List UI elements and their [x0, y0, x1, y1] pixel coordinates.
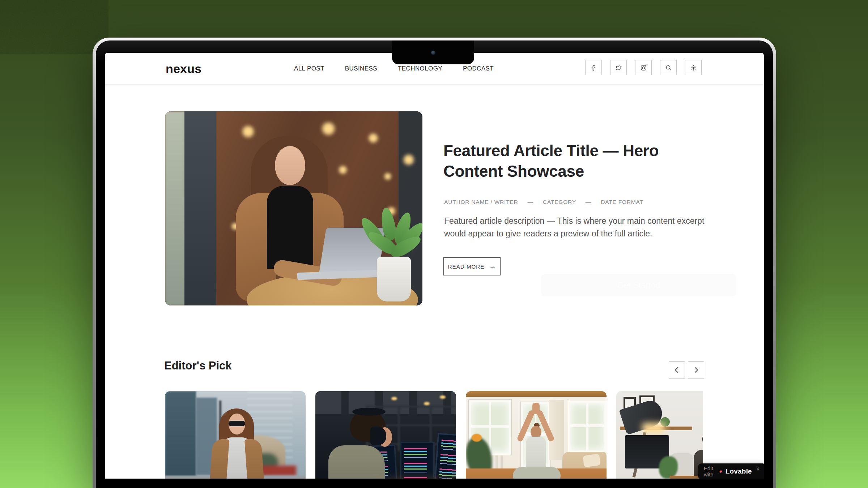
read-more-button[interactable]: READ MORE → [443, 257, 501, 275]
gray-sweater [223, 437, 251, 479]
bokeh-light [262, 158, 271, 167]
chevron-right-icon [693, 367, 698, 373]
dark-monitor [625, 435, 669, 468]
badge-prefix: Edit with [704, 465, 716, 478]
bokeh-light [320, 121, 336, 137]
bokeh-light [231, 222, 239, 231]
editors-pick-carousel [165, 391, 703, 479]
bokeh-light [367, 132, 379, 144]
edit-with-lovable-badge[interactable]: Edit with Lovable × [698, 463, 764, 479]
carousel-prev-button[interactable] [669, 361, 685, 378]
article-meta: AUTHOR NAME / WRITER — CATEGORY — DATE F… [444, 199, 643, 205]
meta-separator: — [528, 199, 533, 205]
woman-hair [219, 408, 254, 472]
bokeh-light [252, 192, 260, 200]
house-plant [659, 456, 678, 479]
search-button[interactable] [660, 60, 677, 75]
dome-roof [229, 435, 285, 466]
office-window [366, 406, 456, 451]
article-category: CATEGORY [543, 199, 576, 205]
carousel-next-button[interactable] [688, 361, 704, 378]
featured-article-description: Featured article description — This is w… [444, 215, 719, 240]
woman-face [275, 146, 305, 185]
laptop-bezel: nexus ALL POST BUSINESS TECHNOLOGY PODCA… [96, 40, 773, 488]
tan-coat [208, 438, 229, 479]
ghost-get-started-button[interactable]: Get Started [541, 274, 736, 296]
shelf [620, 427, 692, 430]
read-more-label: READ MORE [448, 264, 485, 270]
featured-article-title[interactable]: Featured Article Title — Hero Content Sh… [443, 140, 704, 181]
twitter-button[interactable] [610, 60, 627, 75]
laptop-base [297, 270, 390, 280]
card-yoga-home[interactable] [466, 391, 607, 479]
article-date: DATE FORMAT [601, 199, 643, 205]
woman-turtleneck [267, 186, 313, 269]
theme-toggle-button[interactable] [685, 60, 702, 75]
facebook-button[interactable] [585, 60, 602, 75]
code-monitor [433, 433, 456, 479]
bokeh-light [402, 153, 415, 166]
building [247, 391, 293, 461]
card-home-office[interactable] [616, 391, 703, 479]
window [568, 401, 607, 453]
sun-icon [690, 64, 697, 71]
bokeh-light [401, 231, 412, 241]
ceiling-light [391, 397, 397, 400]
webcam [431, 51, 435, 55]
radiator [470, 455, 506, 476]
road [165, 476, 306, 479]
building [165, 391, 196, 476]
hair-bun [534, 423, 540, 428]
card-developer-workstation[interactable] [315, 391, 456, 479]
chevron-left-icon [675, 367, 681, 373]
cafe-interior [216, 111, 422, 305]
site-logo[interactable]: nexus [166, 53, 201, 85]
wall-frame [624, 397, 636, 414]
bokeh-light [383, 172, 392, 181]
meta-separator: — [586, 199, 591, 205]
window [469, 400, 511, 455]
joined-hands [532, 403, 540, 414]
instagram-icon [640, 64, 647, 71]
search-icon [665, 64, 672, 71]
seated-legs [513, 467, 561, 479]
instagram-button[interactable] [635, 60, 652, 75]
woman-hair [251, 136, 328, 269]
plant-leaf [358, 215, 387, 249]
plant-leaf [392, 211, 414, 247]
laptop-lid [319, 228, 386, 274]
sunglasses [229, 421, 245, 426]
desk-lamp [619, 398, 666, 435]
bokeh-light [386, 206, 396, 216]
twitter-icon [615, 64, 622, 71]
badge-brand: Lovable [726, 467, 752, 475]
nav-item-technology[interactable]: TECHNOLOGY [398, 65, 442, 72]
nav-item-business[interactable]: BUSINESS [345, 65, 377, 72]
cushion [583, 454, 601, 467]
lamp-arm [633, 432, 647, 478]
shelf-plant [660, 417, 670, 427]
woman-torso [526, 437, 546, 472]
laptop-notch [392, 40, 474, 64]
woman-hair [702, 429, 703, 449]
lamp-glow [642, 423, 665, 433]
author-name: AUTHOR NAME / WRITER [444, 199, 518, 205]
badge-close-icon[interactable]: × [756, 466, 760, 472]
facebook-icon [590, 64, 597, 71]
street-pole [219, 401, 221, 469]
plant-leaf [365, 228, 400, 258]
bokeh-light [241, 124, 255, 139]
card-fashion-street[interactable] [165, 391, 306, 479]
nav-item-podcast[interactable]: PODCAST [463, 65, 494, 72]
developer-face [378, 427, 392, 447]
headphones-band [352, 408, 386, 416]
woman-jacket [236, 193, 276, 301]
nav-item-all-post[interactable]: ALL POST [294, 65, 324, 72]
plant-pot [377, 257, 411, 301]
header-icon-buttons [585, 60, 702, 75]
featured-article-image[interactable] [165, 111, 422, 305]
laptop-mockup: nexus ALL POST BUSINESS TECHNOLOGY PODCA… [93, 38, 776, 488]
developer-hair [350, 411, 386, 442]
arrow-right-icon: → [489, 262, 496, 270]
trees [231, 453, 278, 472]
